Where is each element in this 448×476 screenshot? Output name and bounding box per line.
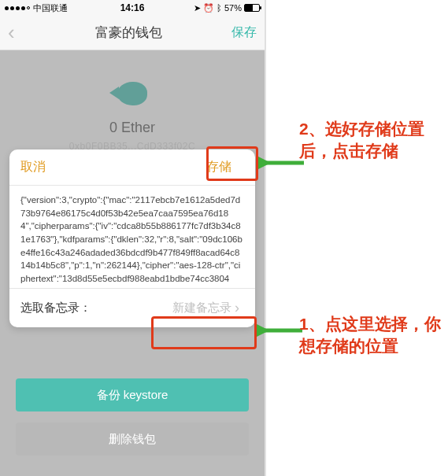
- clock: 14:16: [120, 2, 145, 13]
- export-sheet: 取消 存储 {"version":3,"crypto":{"mac":"2117…: [9, 149, 255, 327]
- status-left: 中国联通: [5, 2, 68, 14]
- chevron-right-icon: ›: [235, 300, 239, 316]
- nav-bar: ‹ 富豪的钱包 保存: [0, 16, 265, 50]
- signal-dots: [5, 6, 30, 10]
- sheet-header: 取消 存储: [9, 149, 255, 186]
- location-icon: ➤: [194, 3, 201, 13]
- bottom-buttons: 备份 keystore 删除钱包: [0, 367, 265, 456]
- delete-wallet-button[interactable]: 删除钱包: [16, 422, 249, 456]
- new-memo-button[interactable]: 新建备忘录 ›: [161, 298, 244, 318]
- back-button[interactable]: ‹: [8, 20, 31, 45]
- alarm-icon: ⏰: [203, 3, 214, 13]
- memo-row: 选取备忘录： 新建备忘录 ›: [9, 288, 255, 327]
- carrier-label: 中国联通: [33, 2, 68, 14]
- store-button[interactable]: 存储: [194, 157, 244, 177]
- new-memo-text: 新建备忘录: [172, 301, 231, 315]
- annotation-2: 2、选好存储位置后，点击存储: [299, 118, 448, 163]
- annotation-1: 1、点这里选择，你想存储的位置: [299, 313, 448, 358]
- battery-pct: 57%: [224, 3, 242, 13]
- memo-label: 选取备忘录：: [20, 301, 91, 315]
- phone-frame: 中国联通 14:16 ➤ ⏰ ᛒ 57% ‹ 富豪的钱包 保存 0 Ether …: [0, 0, 266, 476]
- page-title: 富豪的钱包: [95, 24, 162, 42]
- status-bar: 中国联通 14:16 ➤ ⏰ ᛒ 57%: [0, 0, 265, 16]
- status-right: ➤ ⏰ ᛒ 57%: [194, 3, 260, 13]
- bluetooth-icon: ᛒ: [217, 3, 222, 13]
- nav-save-button[interactable]: 保存: [225, 24, 257, 41]
- keystore-json-text: {"version":3,"crypto":{"mac":"2117ebcb7e…: [9, 186, 255, 288]
- battery-icon: [244, 4, 260, 12]
- backup-keystore-button[interactable]: 备份 keystore: [16, 378, 249, 411]
- cancel-button[interactable]: 取消: [20, 159, 46, 175]
